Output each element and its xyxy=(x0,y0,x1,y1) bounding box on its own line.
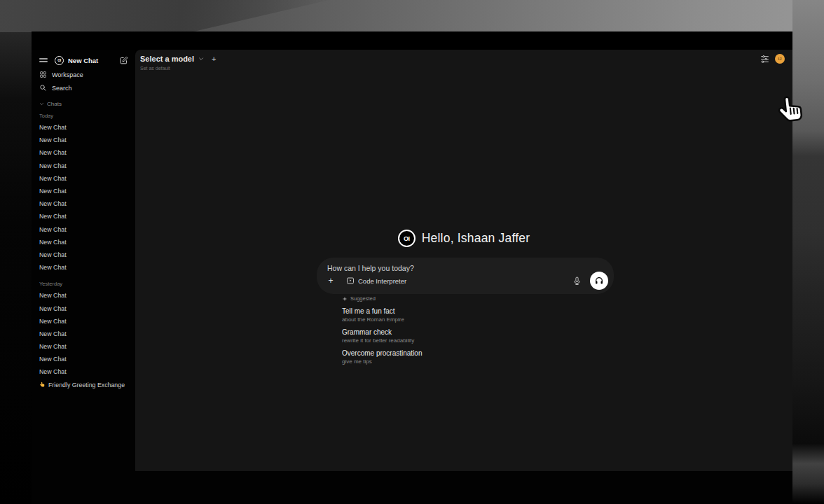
suggested-label: Suggested xyxy=(350,295,376,302)
code-interpreter-toggle[interactable]: Code Interpreter xyxy=(346,276,406,285)
sidebar-chat-item-named[interactable]: Friendly Greeting Exchange xyxy=(32,379,135,391)
chats-section-label: Chats xyxy=(47,101,62,107)
code-interpreter-label: Code Interpreter xyxy=(358,277,406,285)
set-default-link[interactable]: Set as default xyxy=(140,66,216,71)
sidebar-chat-item[interactable]: New Chat xyxy=(32,185,135,197)
named-chat-title: Friendly Greeting Exchange xyxy=(48,382,125,388)
desktop-background-right xyxy=(792,0,824,504)
add-model-button[interactable]: + xyxy=(212,55,216,63)
attach-button[interactable]: + xyxy=(325,276,336,286)
suggested-prompt-title: Tell me a fun fact xyxy=(342,307,423,315)
desktop-background-left xyxy=(0,32,32,504)
chat-input-card[interactable]: How can I help you today? + Code Interpr… xyxy=(317,258,614,294)
suggested-section: Suggested Tell me a fun fact about the R… xyxy=(342,295,423,370)
screenshot-stage: OI New Chat Workspace Search Chats Today… xyxy=(0,0,824,504)
sidebar-chat-item[interactable]: New Chat xyxy=(32,248,135,261)
chats-section-toggle[interactable]: Chats xyxy=(32,101,135,107)
chevron-down-icon xyxy=(39,102,44,106)
workspace-grid-icon xyxy=(39,71,47,78)
user-avatar[interactable]: IJ xyxy=(775,54,785,64)
sidebar-chat-item[interactable]: New Chat xyxy=(32,365,135,378)
model-selector-button[interactable]: Select a model + xyxy=(140,55,216,63)
sidebar-toggle-icon[interactable] xyxy=(39,55,48,65)
suggested-prompt[interactable]: Tell me a fun fact about the Roman Empir… xyxy=(342,307,423,323)
sidebar-item-search[interactable]: Search xyxy=(32,81,135,94)
sidebar-chat-item[interactable]: New Chat xyxy=(32,315,135,328)
code-interpreter-icon xyxy=(346,276,355,285)
suggested-prompt[interactable]: Overcome procrastination give me tips xyxy=(342,349,423,365)
sidebar-chat-item[interactable]: New Chat xyxy=(32,289,135,302)
sparkle-icon xyxy=(342,296,348,302)
model-selector-label: Select a model xyxy=(140,55,194,63)
sidebar-chat-item[interactable]: New Chat xyxy=(32,353,135,365)
voice-call-button[interactable] xyxy=(590,272,608,290)
sidebar-chat-item[interactable]: New Chat xyxy=(32,236,135,248)
suggested-prompt[interactable]: Grammar check rewrite it for better read… xyxy=(342,328,423,344)
app-title: New Chat xyxy=(68,57,98,64)
suggested-prompt-subtitle: about the Roman Empire xyxy=(342,316,423,323)
suggested-prompt-subtitle: rewrite it for better readability xyxy=(342,337,423,344)
suggested-list: Tell me a fun fact about the Roman Empir… xyxy=(342,307,423,365)
microphone-icon[interactable] xyxy=(572,276,582,286)
sidebar: OI New Chat Workspace Search Chats Today… xyxy=(32,50,135,471)
suggested-prompt-title: Overcome procrastination xyxy=(342,349,423,357)
sidebar-chat-item[interactable]: New Chat xyxy=(32,328,135,340)
new-chat-icon[interactable] xyxy=(119,56,128,65)
sidebar-chat-item[interactable]: New Chat xyxy=(32,223,135,236)
chat-input-toolbar: + Code Interpreter xyxy=(325,272,608,290)
chat-group-label-yesterday: Yesterday xyxy=(32,281,135,287)
sidebar-chat-item[interactable]: New Chat xyxy=(32,197,135,210)
sidebar-chat-item[interactable]: New Chat xyxy=(32,146,135,159)
search-icon xyxy=(39,84,47,92)
chat-group-label-today: Today xyxy=(32,113,135,119)
settings-sliders-icon[interactable] xyxy=(760,55,769,64)
sidebar-chat-item[interactable]: New Chat xyxy=(32,210,135,223)
suggested-prompt-title: Grammar check xyxy=(342,328,423,336)
app-window: OI New Chat Workspace Search Chats Today… xyxy=(32,31,792,471)
headphones-icon xyxy=(594,276,604,286)
sidebar-chat-item[interactable]: New Chat xyxy=(32,302,135,314)
model-selector: Select a model + Set as default xyxy=(140,55,216,71)
greeting-row: OI Hello, Ishaan Jaffer xyxy=(135,230,792,247)
chat-list-today: New ChatNew ChatNew ChatNew ChatNew Chat… xyxy=(32,121,135,274)
app-logo-icon: OI xyxy=(55,56,64,65)
chat-list-yesterday: New ChatNew ChatNew ChatNew ChatNew Chat… xyxy=(32,289,135,378)
chevron-down-icon xyxy=(198,56,204,62)
suggested-prompt-subtitle: give me tips xyxy=(342,358,423,365)
header-actions: IJ xyxy=(760,54,785,64)
sidebar-chat-item[interactable]: New Chat xyxy=(32,121,135,134)
app-logo-icon: OI xyxy=(398,230,416,247)
sidebar-chat-item[interactable]: New Chat xyxy=(32,172,135,185)
desktop-background-bottom xyxy=(32,471,792,504)
workspace-label: Workspace xyxy=(52,71,83,78)
sidebar-item-workspace[interactable]: Workspace xyxy=(32,68,135,81)
sidebar-chat-item[interactable]: New Chat xyxy=(32,340,135,353)
sidebar-header: OI New Chat xyxy=(32,52,135,68)
search-label: Search xyxy=(52,85,72,92)
sidebar-chat-item[interactable]: New Chat xyxy=(32,261,135,274)
sidebar-chat-item[interactable]: New Chat xyxy=(32,160,135,172)
sidebar-chat-item[interactable]: New Chat xyxy=(32,134,135,146)
greeting-text: Hello, Ishaan Jaffer xyxy=(422,231,530,246)
suggested-header: Suggested xyxy=(342,295,423,302)
waving-hand-emoji xyxy=(39,382,46,388)
